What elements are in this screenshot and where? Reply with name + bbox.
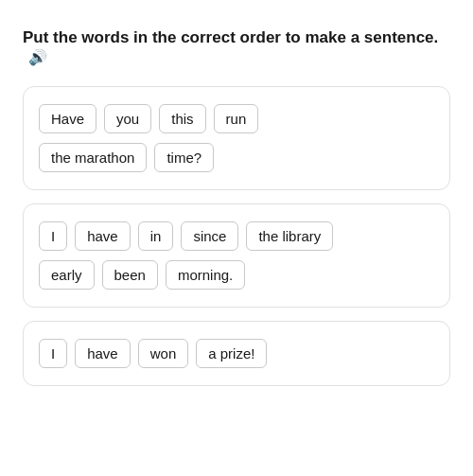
header: Put the words in the correct order to ma…: [23, 26, 450, 67]
word-chip[interactable]: since: [181, 221, 238, 251]
word-chip[interactable]: won: [138, 339, 189, 368]
word-chip[interactable]: time?: [154, 143, 214, 172]
speaker-icon[interactable]: 🔊: [28, 48, 47, 66]
word-chip[interactable]: early: [39, 260, 95, 290]
word-chip[interactable]: in: [138, 221, 174, 251]
word-chip[interactable]: this: [159, 104, 205, 133]
word-chip[interactable]: the marathon: [39, 143, 147, 172]
sentence-card-1: Haveyouthisrunthe marathontime?: [23, 86, 450, 190]
word-row-2-1: Ihaveinsincethe library: [39, 221, 434, 251]
word-chip[interactable]: Have: [39, 104, 96, 133]
cards-container: Haveyouthisrunthe marathontime?Ihaveinsi…: [23, 86, 450, 386]
word-chip[interactable]: have: [75, 339, 131, 368]
word-chip[interactable]: a prize!: [196, 339, 267, 368]
word-chip[interactable]: the library: [246, 221, 333, 251]
sentence-card-3: Ihavewona prize!: [23, 321, 450, 386]
page-title: Put the words in the correct order to ma…: [23, 28, 438, 46]
word-row-2-2: earlybeenmorning.: [39, 260, 434, 290]
word-row-1-1: Haveyouthisrun: [39, 104, 434, 133]
word-chip[interactable]: you: [104, 104, 151, 133]
sentence-card-2: Ihaveinsincethe libraryearlybeenmorning.: [23, 203, 450, 308]
word-chip[interactable]: I: [39, 339, 67, 368]
word-chip[interactable]: I: [39, 221, 67, 251]
word-row-3-1: Ihavewona prize!: [39, 339, 434, 368]
word-chip[interactable]: have: [75, 221, 131, 251]
word-chip[interactable]: been: [102, 260, 158, 290]
word-row-1-2: the marathontime?: [39, 143, 434, 172]
word-chip[interactable]: morning.: [166, 260, 245, 290]
word-chip[interactable]: run: [214, 104, 259, 133]
